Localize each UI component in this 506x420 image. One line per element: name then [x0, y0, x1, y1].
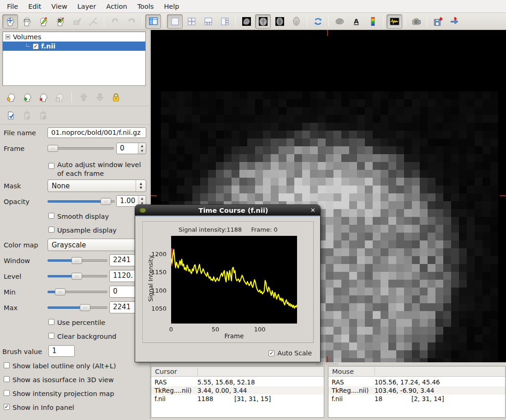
new-volume-button[interactable]: [4, 90, 19, 104]
cursor-table-header[interactable]: Cursor: [151, 366, 324, 377]
view-axial-button[interactable]: [272, 14, 287, 29]
opacity-label: Opacity: [4, 198, 30, 205]
layer-visible-checkbox[interactable]: [33, 43, 39, 49]
show-info-panel-checkbox[interactable]: [4, 404, 10, 410]
time-course-chart[interactable]: [171, 236, 297, 324]
voxel-edit-button[interactable]: [36, 14, 51, 29]
surface-button[interactable]: [332, 14, 347, 29]
max-slider[interactable]: [48, 304, 107, 311]
roi-edit-button[interactable]: R: [52, 14, 68, 29]
table-row[interactable]: TkReg....nii) 3.44, 0.00, 3.44: [151, 386, 324, 395]
refresh-button[interactable]: [310, 14, 326, 29]
tree-expander-icon[interactable]: [6, 35, 10, 39]
upsample-display-checkbox[interactable]: [48, 227, 54, 233]
measure-button[interactable]: [19, 14, 35, 29]
panel-toggle-icon: [148, 16, 159, 27]
table-row[interactable]: RAS 105.56, 17.24, 45.46: [328, 378, 505, 386]
paste-settings-all-button[interactable]: [36, 108, 51, 123]
window-label: Window: [4, 257, 30, 264]
redo-button[interactable]: [124, 14, 139, 29]
auto-adjust-label: Auto adjust window level of each frame: [57, 161, 145, 178]
splitter-handle[interactable]: [316, 363, 338, 366]
navigate-button[interactable]: [2, 14, 18, 29]
save-volume-button[interactable]: [52, 90, 67, 104]
move-layer-up-button[interactable]: [76, 90, 91, 104]
close-icon[interactable]: ✕: [310, 207, 316, 214]
frame-slider[interactable]: [48, 145, 114, 152]
max-slider-thumb[interactable]: [80, 304, 90, 311]
window-slider[interactable]: [48, 257, 107, 264]
auto-adjust-checkbox[interactable]: [48, 163, 54, 169]
tree-root-volumes[interactable]: Volumes: [3, 32, 145, 42]
save-point-button[interactable]: [430, 14, 446, 29]
recon-edit-button[interactable]: [69, 14, 84, 29]
move-layer-down-button[interactable]: [92, 90, 107, 104]
table-row[interactable]: f.nii 1188 [31, 31, 15]: [151, 395, 324, 403]
time-course-window[interactable]: Time Course (f.nii) ✕ Signal intensity:1…: [135, 204, 321, 362]
mouse-table-header[interactable]: Mouse: [328, 366, 505, 377]
min-slider-thumb[interactable]: [55, 288, 65, 295]
layout-2x2-button[interactable]: [184, 14, 199, 29]
goto-point-button[interactable]: [446, 14, 462, 29]
load-volume-button[interactable]: [20, 90, 35, 104]
show-projection-checkbox[interactable]: [4, 390, 10, 396]
brush-value-label: Brush value: [2, 348, 42, 355]
mask-combobox[interactable]: None ▲▼: [48, 180, 146, 192]
spin-up-icon[interactable]: ▲: [138, 143, 146, 149]
annotation-button[interactable]: A: [348, 14, 364, 29]
clear-background-checkbox[interactable]: [48, 333, 54, 339]
smooth-display-checkbox[interactable]: [48, 213, 54, 219]
info-panel-divider[interactable]: [324, 366, 328, 418]
spin-down-icon[interactable]: ▼: [138, 149, 146, 154]
menu-edit[interactable]: Edit: [23, 1, 46, 12]
menu-file[interactable]: File: [2, 1, 23, 12]
view-sagittal-button[interactable]: [238, 14, 254, 29]
menu-tools[interactable]: Tools: [132, 1, 159, 12]
level-slider[interactable]: [48, 273, 107, 280]
view-coronal-button[interactable]: [255, 14, 271, 29]
frame-spinbox[interactable]: 0 ▲▼: [116, 143, 146, 154]
frame-spin-buttons[interactable]: ▲▼: [138, 143, 146, 154]
layout-1h3-button[interactable]: [200, 14, 216, 29]
screenshot-button[interactable]: [408, 14, 424, 29]
min-slider[interactable]: [48, 288, 107, 295]
opacity-slider[interactable]: [48, 198, 115, 205]
level-slider-thumb[interactable]: [71, 273, 82, 280]
max-label: Max: [4, 304, 18, 312]
layout-1v3-button[interactable]: [217, 14, 232, 29]
tree-item-fnii[interactable]: └─ f.nii: [3, 42, 145, 51]
show-label-outline-checkbox[interactable]: [4, 362, 10, 368]
copy-settings-button[interactable]: [4, 108, 19, 123]
show-info-panel-row: Show in Info panel: [4, 404, 74, 411]
color-map-combobox[interactable]: Grayscale ▲▼: [48, 239, 146, 251]
file-name-input[interactable]: 01.noproc/bold/001/f.nii.gz: [48, 127, 146, 138]
menu-layer[interactable]: Layer: [72, 1, 101, 12]
panel-toggle-button[interactable]: [145, 14, 161, 29]
close-volume-button[interactable]: [36, 90, 51, 104]
time-course-titlebar[interactable]: Time Course (f.nii) ✕: [135, 205, 320, 216]
table-row[interactable]: TkReg....nii) 103.46, -6.90, 3.44: [328, 386, 505, 395]
spin-up-icon[interactable]: ▲: [138, 196, 146, 201]
menu-view[interactable]: View: [46, 1, 72, 12]
window-slider-thumb[interactable]: [71, 257, 82, 264]
auto-scale-checkbox[interactable]: [268, 350, 274, 356]
colorbar-button[interactable]: [365, 14, 381, 29]
show-isosurface-checkbox[interactable]: [4, 376, 10, 382]
layout-1x1-button[interactable]: [167, 14, 183, 29]
table-row[interactable]: f.nii 18 [2, 31, 14]: [328, 395, 505, 403]
view-3d-button[interactable]: [288, 14, 304, 29]
arrow-down-icon: [95, 92, 105, 102]
menu-action[interactable]: Action: [101, 1, 132, 12]
paste-settings-button[interactable]: [20, 108, 35, 123]
level-label: Level: [4, 273, 21, 280]
path-tool-button[interactable]: [85, 14, 101, 29]
menu-help[interactable]: Help: [159, 1, 184, 12]
frame-slider-thumb[interactable]: [48, 145, 58, 152]
undo-button[interactable]: [107, 14, 123, 29]
time-course-button[interactable]: [387, 14, 402, 29]
table-row[interactable]: RAS 5.55, 15.68, 52.18: [151, 378, 324, 386]
opacity-slider-thumb[interactable]: [101, 198, 111, 205]
use-percentile-checkbox[interactable]: [48, 319, 54, 325]
brush-value-input[interactable]: 1: [48, 345, 75, 357]
lock-layer-button[interactable]: [108, 90, 124, 104]
